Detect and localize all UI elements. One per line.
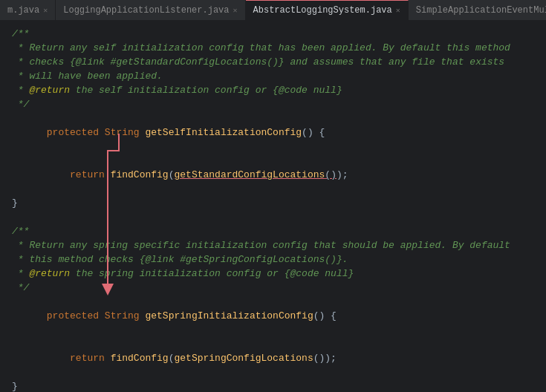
- code-line: */: [9, 97, 546, 111]
- close-icon[interactable]: ✕: [396, 6, 400, 15]
- code-line: return findConfig(getStandardConfigLocat…: [9, 154, 546, 196]
- tab-simple-multicaster[interactable]: SimpleApplicationEventMulticaster...: [409, 0, 546, 20]
- tab-bar: m.java ✕ LoggingApplicationListener.java…: [0, 0, 546, 21]
- code-line: }: [9, 196, 546, 210]
- code-line: }: [9, 379, 546, 392]
- close-icon[interactable]: ✕: [233, 6, 238, 15]
- code-line: */: [9, 281, 546, 295]
- code-line: * checks {@link #getStandardConfigLocati…: [9, 55, 546, 69]
- close-icon[interactable]: ✕: [43, 6, 48, 15]
- code-editor: /** * Return any self initialization con…: [0, 21, 546, 392]
- code-line: protected String getSelfInitializationCo…: [9, 111, 546, 154]
- tab-m-java[interactable]: m.java ✕: [0, 0, 56, 20]
- tab-label: SimpleApplicationEventMulticaster...: [416, 5, 546, 16]
- code-line: * @return the spring initialization conf…: [9, 267, 546, 281]
- code-line: * Return any spring specific initializat…: [9, 238, 546, 252]
- code-line: * @return the self initialization config…: [9, 83, 546, 97]
- tab-label: m.java: [7, 5, 39, 16]
- code-line: [9, 210, 546, 224]
- tab-logging-listener[interactable]: LoggingApplicationListener.java ✕: [56, 0, 245, 20]
- code-line: * will have been applied.: [9, 69, 546, 83]
- tab-label: AbstractLoggingSystem.java: [253, 5, 392, 16]
- tab-abstract-logging[interactable]: AbstractLoggingSystem.java ✕: [246, 0, 409, 20]
- code-line: /**: [9, 224, 546, 238]
- code-line: * Return any self initialization config …: [9, 41, 546, 55]
- code-line: protected String getSpringInitialization…: [9, 295, 546, 337]
- code-line: /**: [9, 27, 546, 41]
- code-line: * this method checks {@link #getSpringCo…: [9, 252, 546, 267]
- code-line: return findConfig(getSpringConfigLocatio…: [9, 337, 546, 379]
- tab-label: LoggingApplicationListener.java: [63, 5, 229, 16]
